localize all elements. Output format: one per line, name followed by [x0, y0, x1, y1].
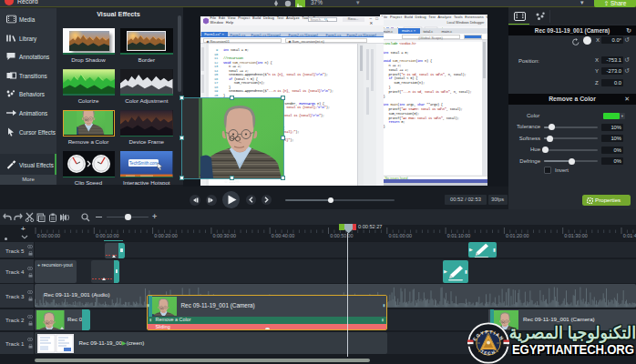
- svg-text:TechSmith.com: TechSmith.com: [129, 161, 159, 166]
